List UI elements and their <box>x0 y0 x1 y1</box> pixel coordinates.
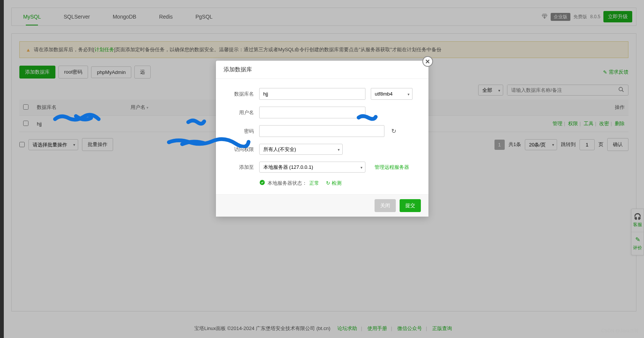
modal-submit-button[interactable]: 提交 <box>400 199 421 212</box>
input-password[interactable] <box>259 125 384 137</box>
select-charset[interactable]: utf8mb4 <box>371 88 413 100</box>
input-user[interactable] <box>259 107 365 118</box>
add-database-modal: ✕ 添加数据库 数据库名 utf8mb4 用户名 密码 ↻ <box>216 61 428 217</box>
label-user: 用户名 <box>227 109 254 116</box>
refresh-password-button[interactable]: ↻ <box>391 127 396 135</box>
svg-point-1 <box>260 180 265 185</box>
input-dbname[interactable] <box>259 88 365 100</box>
label-dbname: 数据库名 <box>227 91 254 97</box>
detect-link[interactable]: ↻ 检测 <box>326 180 342 187</box>
modal-close-action-button[interactable]: 关闭 <box>375 199 396 212</box>
manage-remote-link[interactable]: 管理远程服务器 <box>375 164 409 171</box>
modal-title: 添加数据库 <box>216 61 428 79</box>
modal-footer: 关闭 提交 <box>216 194 428 217</box>
status-value: 正常 <box>309 180 319 187</box>
label-password: 密码 <box>227 128 254 135</box>
modal-close-button[interactable]: ✕ <box>422 56 433 67</box>
watermark: CSDN @Java雪荷 <box>601 328 639 334</box>
select-access[interactable]: 所有人(不安全) <box>259 144 343 155</box>
close-icon: ✕ <box>425 58 430 65</box>
modal-overlay: ✕ 添加数据库 数据库名 utf8mb4 用户名 密码 ↻ <box>0 0 644 338</box>
label-access: 访问权限 <box>227 146 254 153</box>
select-server[interactable]: 本地服务器 (127.0.0.1) <box>259 162 365 173</box>
check-circle-icon <box>259 179 265 187</box>
server-status-row: 本地服务器状态： 正常 ↻ 检测 <box>259 179 417 187</box>
label-addto: 添加至 <box>227 164 254 171</box>
reload-icon: ↻ <box>326 180 330 186</box>
status-label: 本地服务器状态： <box>268 180 307 187</box>
